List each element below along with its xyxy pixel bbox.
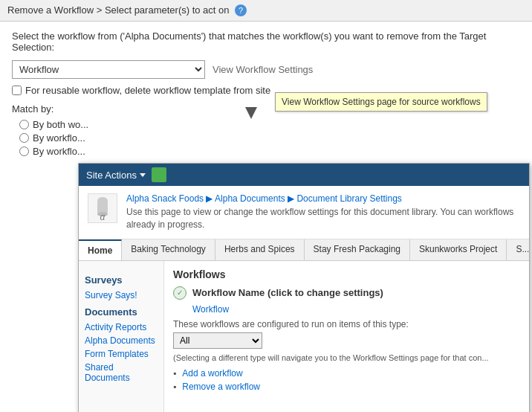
delete-template-checkbox[interactable] (12, 86, 22, 95)
radio-workflow1-label: By workflo... (33, 132, 85, 144)
add-workflow-row: ▪ Add a workflow (173, 368, 520, 379)
radio-row-1: By both wo... (19, 119, 520, 130)
tab-more[interactable]: S... (507, 239, 530, 260)
checkbox-label: For reusable workflow, delete workflow t… (25, 85, 270, 96)
help-icon[interactable]: ? (235, 4, 247, 16)
site-icon (152, 167, 166, 182)
radio-both[interactable] (19, 120, 29, 129)
radio-both-label: By both wo... (33, 119, 88, 130)
radio-workflow2[interactable] (19, 147, 29, 156)
sp-panel: Site Actions α Alpha Snack Foo (78, 163, 530, 412)
sp-logo-svg: α (89, 195, 116, 222)
workflow-row: Workflow View Workflow Settings (12, 60, 520, 79)
sp-content: Surveys Survey Says! Documents Activity … (79, 261, 529, 412)
workflow-status-icon: ✓ (173, 286, 186, 300)
radio-group: By both wo... By workflo... By workflo..… (19, 119, 520, 157)
add-workflow-link[interactable]: Add a workflow (182, 368, 242, 379)
add-workflow-bullet: ▪ (173, 368, 176, 379)
page-description: Select the workflow from ('Alpha Documen… (12, 30, 520, 53)
sidebar-alpha-documents[interactable]: Alpha Documents (85, 335, 158, 346)
tab-stay-fresh-packaging[interactable]: Stay Fresh Packaging (305, 239, 410, 260)
type-row: All (173, 332, 520, 349)
sp-logo-img: α (88, 193, 117, 223)
sidebar-activity-reports[interactable]: Activity Reports (85, 322, 158, 332)
type-note: (Selecting a different type will navigat… (173, 353, 520, 362)
tab-skunkworks-project[interactable]: Skunkworks Project (410, 239, 507, 260)
sidebar-form-templates[interactable]: Form Templates (85, 349, 158, 359)
top-bar: Remove a Workflow > Select parameter(s) … (0, 0, 532, 22)
sp-logo: α (88, 193, 117, 223)
site-actions-button[interactable]: Site Actions (86, 170, 146, 181)
tab-herbs-and-spices[interactable]: Herbs and Spices (215, 239, 305, 260)
site-actions-label: Site Actions (86, 170, 137, 181)
main-content: Select the workflow from ('Alpha Documen… (0, 22, 532, 168)
sp-sidebar: Surveys Survey Says! Documents Activity … (79, 261, 164, 412)
radio-row-2: By workflo... (19, 132, 520, 144)
sidebar-survey-says[interactable]: Survey Says! (85, 290, 158, 300)
radio-workflow2-label: By workflo... (33, 146, 85, 157)
remove-workflow-row: ▪ Remove a workflow (173, 382, 520, 392)
radio-row-3: By workflo... (19, 146, 520, 157)
tab-home[interactable]: Home (79, 239, 122, 260)
workflow-link[interactable]: Workflow (192, 304, 520, 315)
page-title: Remove a Workflow > Select parameter(s) … (7, 4, 230, 16)
sp-nav: Home Baking Technology Herbs and Spices … (79, 239, 529, 261)
workflows-title: Workflows (173, 268, 520, 280)
remove-workflow-link[interactable]: Remove a workflow (182, 382, 260, 392)
workflow-select[interactable]: Workflow (12, 60, 205, 79)
sp-breadcrumb: Alpha Snack Foods ▶ Alpha Documents ▶ Do… (126, 193, 520, 204)
site-actions-dropdown-icon (140, 173, 146, 177)
sp-subtitle: Use this page to view or change the work… (126, 206, 520, 231)
remove-workflow-bullet: ▪ (173, 382, 176, 392)
type-select[interactable]: All (173, 332, 262, 349)
workflow-name-label: Workflow Name (click to change settings) (192, 287, 383, 298)
sp-header: α Alpha Snack Foods ▶ Alpha Documents ▶ … (79, 186, 529, 239)
arrow-down-icon (245, 107, 257, 119)
sidebar-shared-documents[interactable]: Shared Documents (85, 362, 158, 383)
workflow-item: ✓ Workflow Name (click to change setting… (173, 286, 520, 300)
sp-title-area: Alpha Snack Foods ▶ Alpha Documents ▶ Do… (126, 193, 520, 231)
site-actions-bar: Site Actions (79, 164, 529, 186)
radio-workflow1[interactable] (19, 133, 29, 143)
workflow-type-description: These workflows are configured to run on… (173, 319, 520, 329)
tab-baking-technology[interactable]: Baking Technology (122, 239, 215, 260)
sidebar-surveys-title: Surveys (85, 274, 158, 286)
sp-main-area: Workflows ✓ Workflow Name (click to chan… (164, 261, 529, 412)
svg-text:α: α (100, 212, 106, 222)
sidebar-documents-title: Documents (85, 306, 158, 318)
view-settings-link[interactable]: View Workflow Settings (213, 64, 313, 75)
tooltip-box: View Workflow Settings page for source w… (275, 92, 487, 112)
